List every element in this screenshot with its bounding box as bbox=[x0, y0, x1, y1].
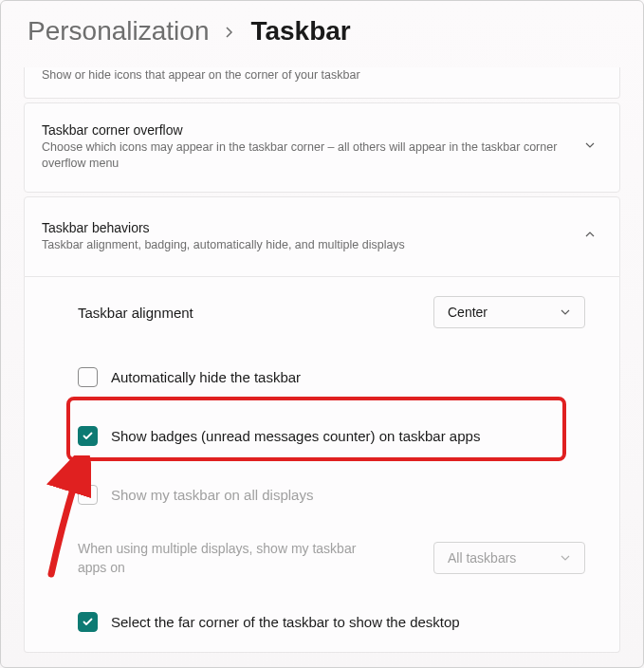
alignment-dropdown[interactable]: Center bbox=[433, 296, 585, 328]
overflow-title: Taskbar corner overflow bbox=[42, 122, 602, 138]
behaviors-desc: Taskbar alignment, badging, automaticall… bbox=[42, 237, 602, 254]
corner-icons-desc: Show or hide icons that appear on the co… bbox=[42, 67, 602, 84]
auto-hide-row[interactable]: Automatically hide the taskbar bbox=[25, 347, 619, 406]
chevron-down-icon bbox=[560, 306, 571, 318]
breadcrumb: Personalization Taskbar bbox=[24, 1, 620, 67]
far-corner-row[interactable]: Select the far corner of the taskbar to … bbox=[25, 593, 619, 652]
check-icon bbox=[82, 616, 94, 628]
overflow-desc: Choose which icons may appear in the tas… bbox=[42, 139, 602, 173]
behaviors-title: Taskbar behaviors bbox=[42, 220, 602, 235]
multi-display-label: When using multiple displays, show my ta… bbox=[78, 539, 381, 578]
behaviors-section-header[interactable]: Taskbar behaviors Taskbar alignment, bad… bbox=[24, 196, 620, 278]
behaviors-content: Taskbar alignment Center Automatically h… bbox=[24, 277, 620, 653]
chevron-right-icon bbox=[224, 21, 235, 43]
all-displays-row[interactable]: Show my taskbar on all displays bbox=[25, 465, 619, 524]
check-icon bbox=[82, 430, 94, 442]
taskbar-alignment-row: Taskbar alignment Center bbox=[25, 277, 619, 347]
auto-hide-checkbox[interactable] bbox=[78, 367, 98, 387]
multi-display-row: When using multiple displays, show my ta… bbox=[25, 524, 619, 593]
show-badges-checkbox[interactable] bbox=[78, 426, 98, 446]
far-corner-label: Select the far corner of the taskbar to … bbox=[111, 614, 460, 630]
corner-icons-section[interactable]: Show or hide icons that appear on the co… bbox=[24, 67, 620, 99]
all-displays-label: Show my taskbar on all displays bbox=[111, 487, 313, 503]
chevron-down-icon bbox=[560, 552, 571, 564]
chevron-down-icon bbox=[583, 139, 597, 156]
breadcrumb-parent[interactable]: Personalization bbox=[28, 16, 209, 46]
all-displays-checkbox[interactable] bbox=[78, 485, 98, 505]
alignment-label: Taskbar alignment bbox=[78, 305, 193, 321]
auto-hide-label: Automatically hide the taskbar bbox=[111, 369, 301, 385]
breadcrumb-current: Taskbar bbox=[250, 16, 350, 46]
overflow-section[interactable]: Taskbar corner overflow Choose which ico… bbox=[24, 102, 620, 193]
show-badges-label: Show badges (unread messages counter) on… bbox=[111, 428, 480, 444]
show-badges-row[interactable]: Show badges (unread messages counter) on… bbox=[25, 406, 619, 465]
alignment-value: Center bbox=[448, 305, 488, 320]
multi-display-value: All taskbars bbox=[448, 550, 516, 566]
far-corner-checkbox[interactable] bbox=[78, 612, 98, 632]
multi-display-dropdown: All taskbars bbox=[433, 542, 585, 574]
chevron-up-icon bbox=[583, 228, 597, 245]
